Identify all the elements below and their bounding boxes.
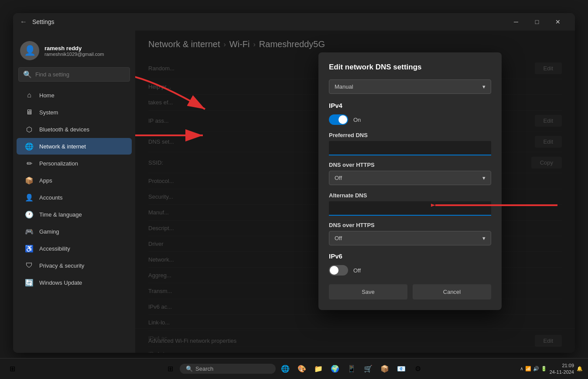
chevron-icon[interactable]: ∧ <box>520 366 523 372</box>
volume-icon[interactable]: 🔊 <box>533 366 539 372</box>
content-area: 👤 ramesh reddy rameshnik1029@gmail.com 🔍… <box>13 31 575 353</box>
sidebar-item-gaming[interactable]: 🎮 Gaming <box>17 223 132 240</box>
alternate-dns-input[interactable] <box>329 201 491 216</box>
sidebar-item-time[interactable]: 🕐 Time & language <box>17 206 132 223</box>
time-icon: 🕐 <box>25 210 33 218</box>
sidebar-item-home[interactable]: ⌂ Home <box>17 87 132 103</box>
search-placeholder: Search <box>195 365 213 372</box>
dialog-title: Edit network DNS settings <box>329 63 491 72</box>
ipv4-toggle[interactable] <box>329 114 348 125</box>
sidebar-item-accounts[interactable]: 👤 Accounts <box>17 189 132 206</box>
sidebar-item-network[interactable]: 🌐 Network & internet <box>17 138 132 155</box>
sidebar: 👤 ramesh reddy rameshnik1029@gmail.com 🔍… <box>13 31 135 353</box>
ipv6-heading: IPv6 <box>329 252 491 260</box>
taskbar-time[interactable]: 21:09 24-11-2024 <box>550 362 574 375</box>
date-display: 24-11-2024 <box>550 369 574 375</box>
sidebar-item-label: Accessibility <box>39 245 70 252</box>
dropdown-chevron-icon-3: ▾ <box>482 235 485 241</box>
taskbar-search[interactable]: 🔍 Search <box>180 364 276 374</box>
sidebar-item-label: Network & internet <box>39 143 86 150</box>
alt-dns-https-label: DNS over HTTPS <box>329 222 491 228</box>
sidebar-item-label: Home <box>39 92 55 99</box>
sidebar-item-label: Privacy & security <box>39 262 84 269</box>
sidebar-item-update[interactable]: 🔄 Windows Update <box>17 274 132 291</box>
taskbar-right: ∧ 📶 🔊 🔋 21:09 24-11-2024 🔔 <box>520 362 583 375</box>
taskbar-icon-6[interactable]: 🛒 <box>361 362 375 376</box>
back-button[interactable]: ← <box>20 18 27 26</box>
sidebar-item-label: Gaming <box>39 228 59 235</box>
user-section: 👤 ramesh reddy rameshnik1029@gmail.com <box>13 38 135 67</box>
taskbar: ⊞ ⊞ 🔍 Search 🌐 🎨 📁 🌍 📱 🛒 📦 📧 ⚙ ∧ 📶 🔊 🔋 2… <box>0 358 588 379</box>
taskbar-icon-5[interactable]: 📱 <box>345 362 359 376</box>
save-button[interactable]: Save <box>329 284 407 300</box>
taskbar-icon-3[interactable]: 📁 <box>311 362 325 376</box>
network-tray-icon[interactable]: 📶 <box>525 366 531 372</box>
taskbar-icon-9[interactable]: ⚙ <box>411 362 425 376</box>
sidebar-item-system[interactable]: 🖥 System <box>17 104 132 121</box>
toggle-knob-ipv6 <box>330 266 338 275</box>
dns-dialog: Edit network DNS settings Manual ▾ IPv4 … <box>318 52 502 310</box>
dns-https-value: Off <box>335 175 342 181</box>
sidebar-item-label: Apps <box>39 177 52 184</box>
ipv4-heading: IPv4 <box>329 102 491 109</box>
preferred-dns-input[interactable] <box>329 141 491 155</box>
sidebar-item-label: Bluetooth & devices <box>39 126 89 133</box>
accessibility-icon: ♿ <box>25 245 33 252</box>
gaming-icon: 🎮 <box>25 227 33 235</box>
taskbar-icon-8[interactable]: 📧 <box>394 362 408 376</box>
sidebar-item-label: System <box>39 109 58 116</box>
cancel-button[interactable]: Cancel <box>413 284 491 300</box>
sidebar-item-accessibility[interactable]: ♿ Accessibility <box>17 240 132 257</box>
toggle-knob <box>338 115 347 124</box>
preferred-dns-label: Preferred DNS <box>329 132 491 138</box>
apps-icon: 📦 <box>25 176 33 184</box>
notification-icon[interactable]: 🔔 <box>577 366 583 372</box>
update-icon: 🔄 <box>25 279 33 286</box>
battery-icon[interactable]: 🔋 <box>541 366 547 372</box>
taskbar-icon-7[interactable]: 📦 <box>378 362 392 376</box>
start-button[interactable]: ⊞ <box>5 362 19 376</box>
start-icon[interactable]: ⊞ <box>163 362 177 376</box>
sidebar-item-label: Personalization <box>39 160 78 167</box>
ipv6-toggle[interactable] <box>329 265 348 276</box>
sidebar-item-bluetooth[interactable]: ⬡ Bluetooth & devices <box>17 121 132 138</box>
sidebar-item-label: Windows Update <box>39 279 82 286</box>
settings-window: ← Settings ─ □ ✕ 👤 ramesh reddy rameshni… <box>13 13 575 353</box>
dropdown-chevron-icon-2: ▾ <box>482 175 485 181</box>
taskbar-icon-1[interactable]: 🌐 <box>278 362 292 376</box>
search-icon: 🔍 <box>23 70 32 79</box>
title-bar: ← Settings ─ □ ✕ <box>13 13 575 31</box>
home-icon: ⌂ <box>25 91 33 99</box>
sidebar-item-personalization[interactable]: ✏ Personalization <box>17 155 132 172</box>
minimize-button[interactable]: ─ <box>506 15 526 29</box>
network-icon: 🌐 <box>25 142 33 150</box>
alt-dns-https-dropdown[interactable]: Off ▾ <box>329 231 491 245</box>
dialog-footer: Save Cancel <box>329 284 491 300</box>
system-icon: 🖥 <box>25 108 33 116</box>
search-input[interactable] <box>35 71 125 78</box>
dropdown-value: Manual <box>335 83 353 90</box>
sidebar-item-apps[interactable]: 📦 Apps <box>17 172 132 189</box>
taskbar-center: ⊞ 🔍 Search 🌐 🎨 📁 🌍 📱 🛒 📦 📧 ⚙ <box>163 362 425 376</box>
dns-https-dropdown[interactable]: Off ▾ <box>329 171 491 185</box>
avatar: 👤 <box>20 41 39 60</box>
window-title: Settings <box>32 18 55 25</box>
dns-mode-dropdown[interactable]: Manual ▾ <box>329 79 491 94</box>
ipv4-toggle-label: On <box>353 117 361 123</box>
search-box[interactable]: 🔍 <box>18 67 130 82</box>
privacy-icon: 🛡 <box>25 262 33 269</box>
maximize-button[interactable]: □ <box>527 15 547 29</box>
time-display: 21:09 <box>550 362 574 369</box>
taskbar-icon-4[interactable]: 🌍 <box>328 362 342 376</box>
alt-dns-https-value: Off <box>335 235 342 241</box>
accounts-icon: 👤 <box>25 193 33 201</box>
sidebar-item-label: Accounts <box>39 194 62 201</box>
user-info: ramesh reddy rameshnik1029@gmail.com <box>44 45 104 57</box>
system-tray-icons: ∧ 📶 🔊 🔋 <box>520 366 547 372</box>
sidebar-item-privacy[interactable]: 🛡 Privacy & security <box>17 257 132 274</box>
user-name: ramesh reddy <box>44 45 104 52</box>
close-button[interactable]: ✕ <box>548 15 568 29</box>
taskbar-icon-2[interactable]: 🎨 <box>295 362 309 376</box>
bluetooth-icon: ⬡ <box>25 125 33 133</box>
user-email: rameshnik1029@gmail.com <box>44 52 104 57</box>
